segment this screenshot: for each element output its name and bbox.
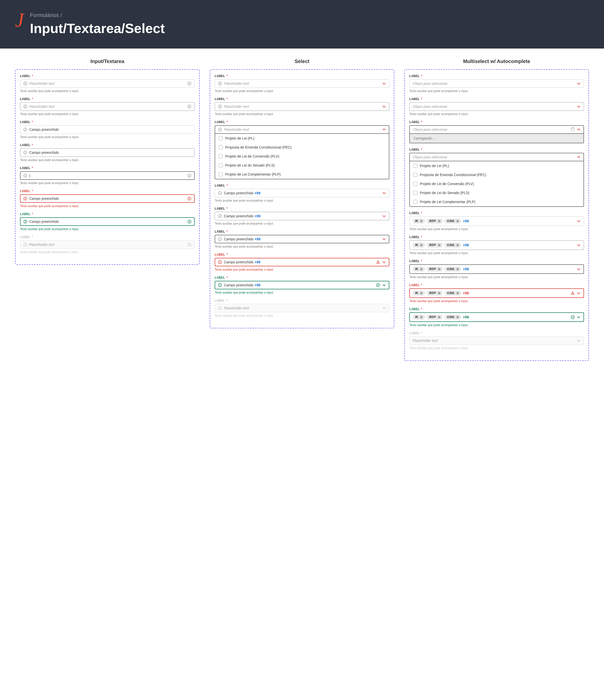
close-icon[interactable]: ✕: [419, 267, 423, 271]
field-label: LABEL *: [20, 97, 195, 101]
text-input[interactable]: Campo preenchido: [20, 125, 195, 134]
chip[interactable]: ICMS✕: [444, 219, 461, 224]
field-label: LABEL *: [215, 276, 389, 279]
count-badge: +99: [463, 291, 469, 295]
text-input[interactable]: |: [20, 171, 195, 180]
select-input[interactable]: Placeholder text: [215, 102, 389, 111]
chip[interactable]: IR✕: [413, 243, 425, 248]
close-icon[interactable]: ✕: [419, 315, 423, 319]
chip[interactable]: IRPF✕: [427, 243, 443, 248]
close-icon[interactable]: ✕: [437, 243, 441, 247]
helper-text: Texto auxiliar que pode acompanhar o inp…: [20, 204, 195, 208]
text-input[interactable]: Placeholder text: [20, 102, 195, 111]
chevron-down-icon: [382, 283, 386, 287]
multiselect-input[interactable]: IR✕ IRPF✕ ICMS✕ +99: [409, 312, 584, 322]
chip[interactable]: ICMS✕: [444, 267, 461, 272]
select-option[interactable]: Projeto de Lei do Senado (PLS): [410, 188, 583, 197]
info-icon: [218, 260, 222, 264]
select-option[interactable]: Proposta de Emenda Constitucional (PEC): [410, 170, 583, 179]
chip[interactable]: IR✕: [413, 267, 425, 272]
text-input[interactable]: Campo preenchido: [20, 217, 195, 226]
column-title: Select: [210, 58, 394, 64]
text-input[interactable]: Placeholder text: [20, 79, 195, 88]
chip[interactable]: ICMS✕: [444, 315, 461, 320]
info-icon: [187, 197, 191, 201]
multiselect-input[interactable]: Clique para selecionar: [409, 102, 584, 111]
select-input[interactable]: Placeholder text: [215, 125, 389, 134]
multiselect-input[interactable]: Clique para selecionar: [409, 79, 584, 88]
input-value: Campo preenchido: [29, 197, 186, 201]
close-icon[interactable]: ✕: [456, 267, 459, 271]
select-value: Campo preenchido +99: [224, 283, 374, 287]
field-label: LABEL *: [409, 235, 584, 239]
input-placeholder: Placeholder text: [29, 81, 186, 85]
field-label: LABEL *: [409, 259, 584, 263]
multiselect-input[interactable]: Clique para selecionar: [409, 153, 584, 161]
close-icon[interactable]: ✕: [437, 219, 441, 223]
chip[interactable]: ICMS✕: [444, 243, 461, 248]
field-label: LABEL *: [215, 230, 389, 233]
field-label: LABEL *: [215, 299, 389, 302]
chip[interactable]: IR✕: [413, 219, 425, 224]
close-icon[interactable]: ✕: [419, 243, 423, 247]
close-icon[interactable]: ✕: [419, 219, 423, 223]
chevron-down-icon: [382, 191, 386, 195]
chip-container: IR✕ IRPF✕ ICMS✕ +99: [413, 219, 575, 224]
column-title: Multiselect w/ Autocomplete: [404, 58, 589, 64]
select-option[interactable]: Projeto de Lei Complementar (PLP): [410, 197, 583, 206]
close-icon[interactable]: ✕: [437, 315, 441, 319]
helper-text: Texto auxiliar que pode acompanhar o inp…: [409, 227, 584, 231]
close-icon[interactable]: ✕: [419, 291, 423, 295]
select-option[interactable]: Projeto de Lei do Senado (PLS): [215, 161, 389, 170]
select-input[interactable]: Placeholder text: [215, 79, 389, 88]
select-option[interactable]: Projeto de Lei Complementar (PLP): [215, 170, 389, 179]
close-icon[interactable]: ✕: [456, 315, 459, 319]
chip[interactable]: IR✕: [413, 291, 425, 296]
text-input[interactable]: Campo preenchido: [20, 194, 195, 203]
multiselect-input[interactable]: IR✕ IRPF✕ ICMS✕ +99: [409, 289, 584, 298]
select-option[interactable]: Projeto de Lei de Conversão (PLV): [410, 179, 583, 188]
warn-icon: [376, 260, 380, 264]
helper-text: Texto auxiliar que pode acompanhar o inp…: [409, 251, 584, 255]
select-input[interactable]: Campo preenchido +99: [215, 235, 389, 243]
chip[interactable]: IR✕: [413, 315, 425, 320]
select-input[interactable]: Campo preenchido +99: [215, 258, 389, 266]
chip[interactable]: IRPF✕: [427, 267, 443, 272]
chevron-up-icon: [577, 155, 581, 159]
chip[interactable]: IRPF✕: [427, 219, 443, 224]
multiselect-input[interactable]: IR✕ IRPF✕ ICMS✕ +99: [409, 216, 584, 226]
select-option[interactable]: Proposta de Emenda Constitucional (PEC): [215, 143, 389, 152]
multiselect-input[interactable]: IR✕ IRPF✕ ICMS✕ +99: [409, 264, 584, 274]
checkbox-icon: [219, 154, 223, 158]
chip[interactable]: IRPF✕: [427, 315, 443, 320]
chip[interactable]: IRPF✕: [427, 291, 443, 296]
input-placeholder: Placeholder text: [29, 104, 186, 108]
close-icon[interactable]: ✕: [456, 219, 459, 223]
select-placeholder: Placeholder text: [224, 104, 380, 108]
check-circle-icon: [376, 283, 380, 287]
multiselect-input[interactable]: Clique para selecionar: [409, 125, 584, 134]
helper-text: Texto auxiliar que pode acompanhar o inp…: [409, 89, 584, 93]
close-icon[interactable]: ✕: [456, 291, 459, 295]
field-label: LABEL *: [20, 74, 195, 78]
select-input[interactable]: Campo preenchido +99: [215, 281, 389, 289]
chip[interactable]: ICMS✕: [444, 291, 461, 296]
close-icon[interactable]: ✕: [437, 267, 441, 271]
info-icon: [23, 151, 27, 154]
close-icon[interactable]: ✕: [437, 291, 441, 295]
section-frame: LABEL * Placeholder text Texto auxiliar …: [15, 69, 200, 265]
field-label: LABEL *: [409, 283, 584, 287]
text-input[interactable]: Campo preenchido: [20, 148, 195, 157]
multiselect-input[interactable]: IR✕ IRPF✕ ICMS✕ +99: [409, 240, 584, 250]
select-option[interactable]: Projeto de Lei de Conversão (PLV): [215, 152, 389, 161]
select-placeholder: Placeholder text: [224, 81, 380, 85]
section-frame: LABEL * Clique para selecionar Texto aux…: [404, 69, 589, 361]
select-option[interactable]: Projeto de Lei (PL): [410, 161, 583, 170]
field-label: LABEL *: [409, 74, 584, 78]
select-input[interactable]: Campo preenchido +99: [215, 189, 389, 197]
close-icon[interactable]: ✕: [456, 243, 459, 247]
helper-text: Texto auxiliar que pode acompanhar o inp…: [215, 314, 389, 317]
select-option[interactable]: Projeto de Lei (PL): [215, 134, 389, 143]
info-icon: [218, 81, 222, 85]
select-input[interactable]: Campo preenchido +99: [215, 212, 389, 220]
